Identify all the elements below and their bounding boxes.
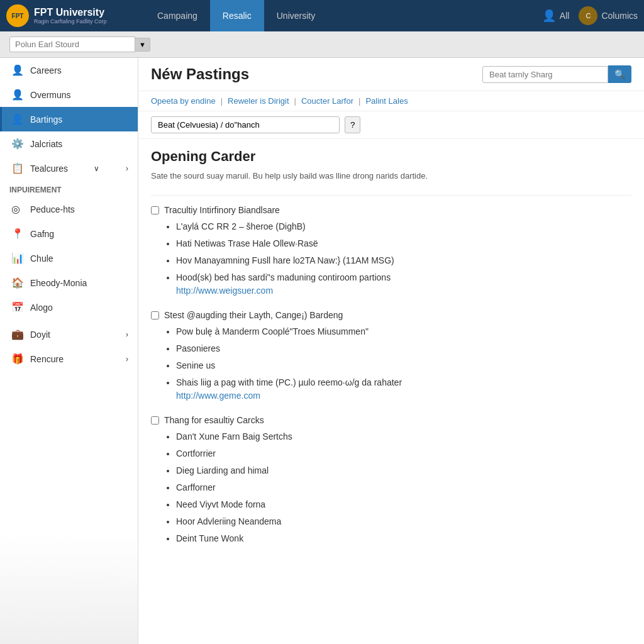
gafng-icon: 📍 xyxy=(11,228,24,240)
list-item: Shais liig a pag with time (PC.) µulo re… xyxy=(176,376,631,402)
sidebar-item-alogo[interactable]: 📅 Alogo xyxy=(0,295,138,319)
list-item: L'aylá CC RR 2 – šheroe (DighB) xyxy=(176,220,631,233)
user-all[interactable]: 👤 All xyxy=(542,9,570,23)
header-search-button[interactable]: 🔍 xyxy=(608,65,631,83)
jalcriats-icon: ⚙️ xyxy=(11,138,24,150)
sidebar: 👤 Careers 👤 Overmuns 👤 Bartings ⚙️ Jalcr… xyxy=(0,58,138,644)
checklist-checkbox-1[interactable] xyxy=(151,311,159,319)
list-item: Cortforrier xyxy=(176,447,631,460)
posting-desc: Sate the sourd suay maruil. Bu help usly… xyxy=(151,170,631,182)
rencure-chevron-right: › xyxy=(126,355,128,364)
breadcrumb-item-3[interactable]: Palint Lales xyxy=(365,96,408,106)
checklist-label-1: Stest @augding their Layth, Cange¡) Bard… xyxy=(164,310,343,320)
nav-link-resalic[interactable]: Resalic xyxy=(210,0,264,31)
checklist-label-2: Thang for esaultiy Carcks xyxy=(164,415,264,425)
nav-link-university[interactable]: University xyxy=(264,0,328,31)
list-item: Deint Tune Wonk xyxy=(176,532,631,545)
list-item: Carfforner xyxy=(176,481,631,494)
list-item: Senine us xyxy=(176,359,631,372)
posting-content: Opening Carder Sate the sourd suay marui… xyxy=(138,139,644,567)
doyit-chevron-right: › xyxy=(126,330,128,339)
careers-icon: 👤 xyxy=(11,64,24,76)
nav-link-campaing[interactable]: Campaing xyxy=(145,0,210,31)
sidebar-item-gafng[interactable]: 📍 Gafng xyxy=(0,221,138,246)
doyit-icon: 💼 xyxy=(11,328,24,340)
chule-icon: 📊 xyxy=(11,252,24,264)
filter-input[interactable] xyxy=(151,116,340,133)
bartings-icon: 👤 xyxy=(11,113,24,125)
brand-name: FPT University xyxy=(34,7,107,18)
list-item: Dieg Liarding and himal xyxy=(176,464,631,477)
bullet-list-0: L'aylá CC RR 2 – šheroe (DighB) Hati Net… xyxy=(176,220,631,297)
list-item: Pasonieres xyxy=(176,342,631,355)
checklist-header-2: Thang for esaultiy Carcks xyxy=(151,415,631,425)
logo-icon: FPT xyxy=(6,4,29,27)
list-item: Dan't Xune Farn Baig Sertchs xyxy=(176,430,631,443)
eheody-icon: 🏠 xyxy=(11,277,24,289)
content-header: Néw Pastings 🔍 xyxy=(138,58,644,91)
nav-right: 👤 All C Columics xyxy=(542,6,638,25)
tealcures-chevron-down: ∨ xyxy=(94,164,99,173)
sidebar-item-jalcriats[interactable]: ⚙️ Jalcriats xyxy=(0,131,138,156)
sidebar-item-overmuns[interactable]: 👤 Overmuns xyxy=(0,82,138,107)
sidebar-item-careers[interactable]: 👤 Careers xyxy=(0,58,138,82)
sidebar-section-inpuirement: Inpuirement xyxy=(0,180,138,197)
page-title: Néw Pastings xyxy=(151,65,249,83)
divider-1 xyxy=(151,195,631,196)
checklist-checkbox-0[interactable] xyxy=(151,206,159,214)
overmuns-icon: 👤 xyxy=(11,89,24,101)
checklist-section-0: Tracultiy Intirfinory Biandlsare L'aylá … xyxy=(151,205,631,297)
header-search-input[interactable] xyxy=(482,66,608,83)
sidebar-background xyxy=(0,535,138,644)
logo-area: FPT FPT University Ragin Carftaling Fadl… xyxy=(6,4,145,27)
logo-text: FPT University Ragin Carftaling Fadlity … xyxy=(34,7,107,25)
sidebar-item-bartings[interactable]: 👤 Bartings xyxy=(0,107,138,131)
breadcrumb-sep-1: | xyxy=(221,96,223,106)
sidebar-item-tealcures[interactable]: 📋 Tealcures ∨ › xyxy=(0,156,138,180)
breadcrumb: Opeeta by endine | Reweler is Dirigit | … xyxy=(138,91,644,111)
filter-bar: ? xyxy=(138,111,644,139)
sidebar-item-chule[interactable]: 📊 Chule xyxy=(0,246,138,270)
sidebar-item-eheody-monia[interactable]: 🏠 Eheody-Monia xyxy=(0,270,138,295)
bullet-list-2: Dan't Xune Farn Baig Sertchs Cortforrier… xyxy=(176,430,631,545)
checklist-section-1: Stest @augding their Layth, Cange¡) Bard… xyxy=(151,310,631,402)
top-search-bar: ▼ xyxy=(0,31,644,58)
header-search: 🔍 xyxy=(482,65,631,83)
section-1-link[interactable]: http://www.geme.com xyxy=(176,391,260,401)
main-layout: 👤 Careers 👤 Overmuns 👤 Bartings ⚙️ Jalcr… xyxy=(0,58,644,644)
list-item: Pow bulę à Manderm Cooplé"Troes Miusumme… xyxy=(176,325,631,338)
breadcrumb-item-1[interactable]: Reweler is Dirigit xyxy=(228,96,289,106)
search-dropdown-button[interactable]: ▼ xyxy=(135,38,150,52)
section-0-link[interactable]: http://www.weigsuer.com xyxy=(176,286,273,296)
user-columics[interactable]: C Columics xyxy=(579,6,638,25)
list-item: Hoor Advleriing Neandema xyxy=(176,515,631,528)
user-icon: 👤 xyxy=(542,9,556,23)
breadcrumb-item-2[interactable]: Coucter Larfor xyxy=(301,96,353,106)
list-item: Need Viyvt Mode forna xyxy=(176,498,631,511)
sidebar-item-rencure[interactable]: 🎁 Rencure › xyxy=(0,347,138,371)
list-item: Hov Manayamning Fusll hare lo2TA Naw:} (… xyxy=(176,254,631,267)
sidebar-item-doyit[interactable]: 💼 Doyit › xyxy=(0,322,138,347)
content-area: Néw Pastings 🔍 Opeeta by endine | Rewele… xyxy=(138,58,644,644)
filter-icon-button[interactable]: ? xyxy=(345,116,360,133)
alogo-icon: 📅 xyxy=(11,301,24,313)
rencure-icon: 🎁 xyxy=(11,353,24,365)
breadcrumb-sep-2: | xyxy=(294,96,296,106)
breadcrumb-sep-3: | xyxy=(358,96,360,106)
checklist-header-1: Stest @augding their Layth, Cange¡) Bard… xyxy=(151,310,631,320)
top-search-input[interactable] xyxy=(9,36,135,52)
list-item: Hati Netiwas Trase Hale Ollew·Rasë xyxy=(176,237,631,250)
peduce-icon: ◎ xyxy=(11,203,24,215)
checklist-checkbox-2[interactable] xyxy=(151,416,159,425)
posting-title: Opening Carder xyxy=(151,148,631,165)
list-item: Hood(sk) bed has sardi"s maduning contir… xyxy=(176,271,631,297)
nav-links: Campaing Resalic University xyxy=(145,0,542,31)
checklist-label-0: Tracultiy Intirfinory Biandlsare xyxy=(164,205,280,215)
avatar: C xyxy=(579,6,597,25)
top-navigation: FPT FPT University Ragin Carftaling Fadl… xyxy=(0,0,644,31)
checklist-section-2: Thang for esaultiy Carcks Dan't Xune Far… xyxy=(151,415,631,545)
breadcrumb-item-0[interactable]: Opeeta by endine xyxy=(151,96,216,106)
sidebar-item-peduce-hts[interactable]: ◎ Peduce-hts xyxy=(0,197,138,221)
tealcures-chevron-right: › xyxy=(126,164,128,173)
bullet-list-1: Pow bulę à Manderm Cooplé"Troes Miusumme… xyxy=(176,325,631,402)
